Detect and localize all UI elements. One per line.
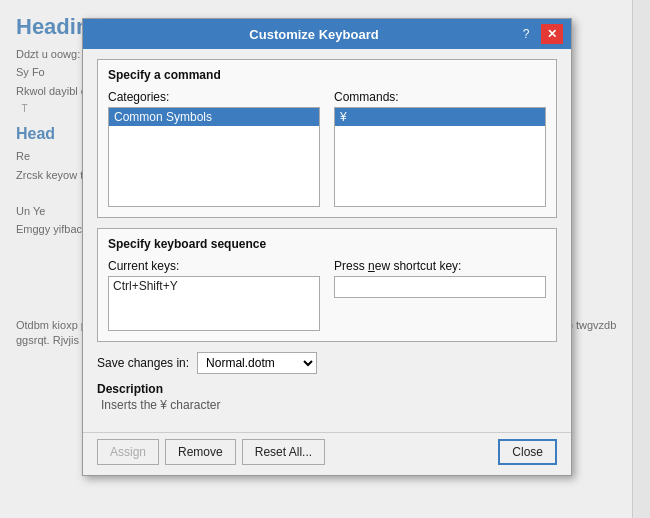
bottom-buttons: Assign Remove Reset All... Close — [83, 432, 571, 475]
categories-list[interactable]: Common Symbols — [108, 107, 320, 207]
title-bar-buttons: ? ✕ — [515, 24, 563, 44]
specify-command-label: Specify a command — [108, 68, 546, 82]
dialog-title-bar: Customize Keyboard ? ✕ — [83, 19, 571, 49]
specify-command-section: Specify a command Categories: Common Sym… — [97, 59, 557, 218]
help-button[interactable]: ? — [515, 24, 537, 44]
description-title: Description — [97, 382, 557, 396]
category-common-symbols[interactable]: Common Symbols — [109, 108, 319, 126]
categories-label: Categories: — [108, 90, 320, 104]
assign-button[interactable]: Assign — [97, 439, 159, 465]
current-keys-box[interactable]: Ctrl+Shift+Y — [108, 276, 320, 331]
categories-col: Categories: Common Symbols — [108, 90, 320, 207]
commands-col: Commands: ¥ — [334, 90, 546, 207]
commands-list[interactable]: ¥ — [334, 107, 546, 207]
description-text: Inserts the ¥ character — [97, 398, 557, 412]
current-keys-col: Current keys: Ctrl+Shift+Y — [108, 259, 320, 331]
new-shortcut-col: Press new shortcut key: — [334, 259, 546, 331]
remove-button[interactable]: Remove — [165, 439, 236, 465]
dialog-body: Specify a command Categories: Common Sym… — [83, 49, 571, 432]
description-section: Description Inserts the ¥ character — [97, 382, 557, 412]
title-close-button[interactable]: ✕ — [541, 24, 563, 44]
commands-label: Commands: — [334, 90, 546, 104]
left-action-buttons: Assign Remove Reset All... — [97, 439, 325, 465]
command-row: Categories: Common Symbols Commands: ¥ — [108, 90, 546, 207]
current-key-value: Ctrl+Shift+Y — [113, 279, 178, 293]
keyboard-seq-label: Specify keyboard sequence — [108, 237, 546, 251]
save-changes-row: Save changes in: Normal.dotm — [97, 352, 557, 374]
new-shortcut-label: Press new shortcut key: — [334, 259, 546, 273]
keyboard-sequence-section: Specify keyboard sequence Current keys: … — [97, 228, 557, 342]
customize-keyboard-dialog: Customize Keyboard ? ✕ Specify a command… — [82, 18, 572, 476]
dialog-title: Customize Keyboard — [113, 27, 515, 42]
close-button[interactable]: Close — [498, 439, 557, 465]
save-changes-label: Save changes in: — [97, 356, 189, 370]
current-keys-label: Current keys: — [108, 259, 320, 273]
reset-all-button[interactable]: Reset All... — [242, 439, 325, 465]
new-shortcut-input[interactable] — [334, 276, 546, 298]
command-yen[interactable]: ¥ — [335, 108, 545, 126]
keyboard-row: Current keys: Ctrl+Shift+Y Press new sho… — [108, 259, 546, 331]
save-changes-select[interactable]: Normal.dotm — [197, 352, 317, 374]
